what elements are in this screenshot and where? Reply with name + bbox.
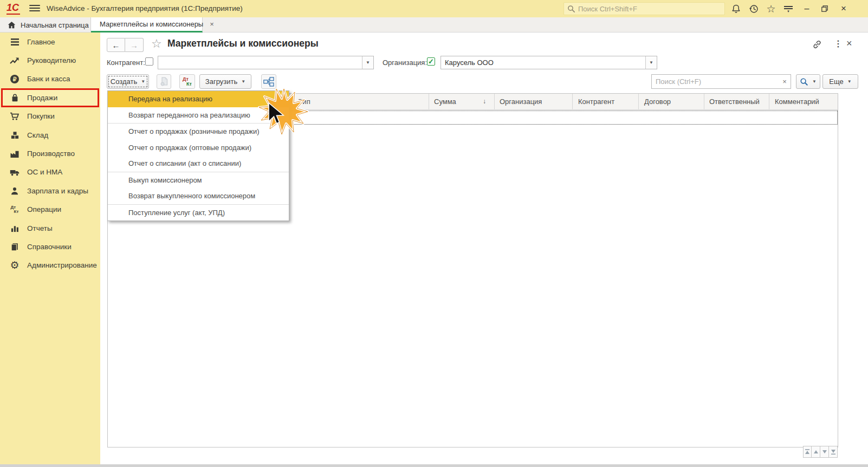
- search-button[interactable]: ▼: [796, 74, 820, 89]
- close-form-icon[interactable]: ×: [846, 38, 852, 49]
- favorites-star-icon[interactable]: ☆: [765, 3, 778, 15]
- sidebar-item-glavnoe[interactable]: Главное: [0, 33, 100, 51]
- forward-button[interactable]: →: [125, 38, 144, 52]
- menu-item-peredacha-na-realizaciyu[interactable]: Передача на реализацию: [108, 91, 289, 107]
- related-documents-icon: [263, 77, 274, 87]
- main-menu-icon[interactable]: [29, 5, 40, 12]
- sidebar-item-rukovoditelyu[interactable]: Руководителю: [0, 51, 100, 69]
- history-icon[interactable]: [747, 3, 760, 15]
- sidebar-item-prodazhi[interactable]: Продажи: [1, 88, 99, 107]
- scroll-up-button[interactable]: [812, 446, 820, 458]
- dtkt-postings-button[interactable]: ДтКт: [179, 74, 195, 89]
- sidebar-item-spravochniki[interactable]: Справочники: [0, 237, 100, 256]
- menu-item-otchet-o-spisanii[interactable]: Отчет о списании (акт о списании): [108, 155, 289, 172]
- check-icon: ✓: [428, 58, 434, 65]
- ruble-icon: ₽: [9, 74, 20, 85]
- load-button[interactable]: Загрузить▼: [199, 74, 251, 89]
- tab-home[interactable]: Начальная страница: [0, 17, 91, 33]
- restore-button[interactable]: [818, 3, 831, 15]
- column-header-contract[interactable]: Договор: [644, 98, 671, 106]
- notifications-bell-icon[interactable]: [729, 3, 742, 15]
- caret-down-icon: ▼: [847, 79, 852, 84]
- sort-desc-icon: ↓: [483, 98, 486, 105]
- scroll-to-top-button[interactable]: [803, 446, 812, 458]
- tab-close-icon[interactable]: ×: [210, 20, 214, 28]
- boxes-icon: [9, 129, 20, 140]
- sidebar-item-operacii[interactable]: ДтКт Операции: [0, 200, 100, 219]
- home-icon: [8, 21, 16, 29]
- sidebar-item-administrirovanie[interactable]: ⚙ Администрирование: [0, 256, 100, 275]
- books-icon: [9, 241, 20, 252]
- clear-search-button[interactable]: ×: [779, 74, 791, 89]
- truck-icon: [9, 167, 20, 178]
- get-link-icon[interactable]: [812, 39, 822, 51]
- back-button[interactable]: ←: [107, 38, 125, 52]
- list-scroll-buttons: [803, 446, 838, 458]
- page-title: Маркетплейсы и комиссионеры: [167, 38, 319, 49]
- minimize-button[interactable]: –: [800, 3, 813, 15]
- organization-combo: ▼: [441, 56, 657, 69]
- tab-marketplaces[interactable]: Маркетплейсы и комиссионеры ×: [91, 17, 203, 33]
- scroll-down-button[interactable]: [820, 446, 829, 458]
- copy-document-icon: [160, 77, 169, 86]
- menu-item-vozvrat-peredannogo[interactable]: Возврат переданного на реализацию: [108, 107, 289, 124]
- close-window-button[interactable]: ×: [837, 3, 850, 15]
- related-documents-button[interactable]: [261, 74, 276, 89]
- global-search-input[interactable]: [578, 5, 714, 13]
- column-header-counterparty[interactable]: Контрагент: [578, 98, 614, 106]
- counterparty-checkbox[interactable]: [145, 57, 153, 66]
- sidebar-item-bank-i-kassa[interactable]: ₽ Банк и касса: [0, 70, 100, 88]
- trend-icon: [9, 55, 20, 66]
- column-header-sum[interactable]: Сумма: [434, 98, 456, 106]
- menu-item-otchet-optovye[interactable]: Отчет о продажах (оптовые продажи): [108, 140, 289, 156]
- svg-text:₽: ₽: [13, 76, 17, 82]
- sidebar-item-os-i-nma[interactable]: ОС и НМА: [0, 163, 100, 181]
- list-search: [651, 74, 779, 89]
- window-title: WiseAdvice - Бухгалтерия предприятия (1С…: [47, 4, 243, 12]
- organization-input[interactable]: [441, 56, 645, 69]
- caret-down-icon: ▼: [812, 79, 817, 84]
- global-search[interactable]: [563, 2, 725, 15]
- organization-label: Организация:: [383, 59, 427, 67]
- organization-dropdown-icon[interactable]: ▼: [645, 56, 657, 69]
- sidebar-item-pokupki[interactable]: Покупки: [0, 107, 100, 126]
- dtkt-icon: ДтКт: [183, 77, 192, 87]
- menu-item-vozvrat-vykuplennogo[interactable]: Возврат выкупленного комиссионером: [108, 188, 289, 204]
- create-copy-button[interactable]: [157, 74, 171, 89]
- list-search-input[interactable]: [652, 77, 779, 86]
- history-nav: ← →: [107, 38, 144, 52]
- more-button[interactable]: Еще▼: [822, 74, 858, 89]
- menu-icon: [9, 36, 20, 47]
- menu-item-postuplenie-uslug[interactable]: Поступление услуг (акт, УПД): [108, 205, 289, 221]
- sidebar: Главное Руководителю ₽ Банк и касса Прод…: [0, 33, 100, 464]
- sidebar-item-otchety[interactable]: Отчеты: [0, 219, 100, 237]
- column-header-type[interactable]: Тип: [299, 98, 310, 106]
- service-menu-icon[interactable]: ▼: [782, 3, 795, 15]
- tabbar: Начальная страница Маркетплейсы и комисс…: [0, 17, 868, 33]
- caret-down-icon: ▼: [141, 79, 145, 84]
- counterparty-input[interactable]: [158, 56, 362, 69]
- 1c-logo-icon: 1С: [7, 2, 20, 15]
- organization-checkbox[interactable]: ✓: [427, 57, 435, 66]
- scroll-to-bottom-button[interactable]: [829, 446, 838, 458]
- menu-item-vykup-komissionerom[interactable]: Выкуп комиссионером: [108, 172, 289, 189]
- menu-item-otchet-roznichnye[interactable]: Отчет о продажах (розничные продажи): [108, 124, 289, 140]
- more-menu-dots-icon[interactable]: ⋮: [834, 38, 843, 49]
- column-header-organization[interactable]: Организация: [500, 98, 542, 106]
- gear-icon: ⚙: [9, 260, 20, 271]
- window-bottom-edge: [0, 464, 868, 467]
- add-to-favorites-star-icon[interactable]: ☆: [151, 37, 162, 51]
- search-icon: [800, 77, 808, 86]
- create-button[interactable]: Создать▼: [107, 74, 149, 89]
- sidebar-item-proizvodstvo[interactable]: Производство: [0, 144, 100, 163]
- search-icon: [567, 5, 575, 13]
- sidebar-item-zarplata-i-kadry[interactable]: Зарплата и кадры: [0, 181, 100, 200]
- counterparty-dropdown-icon[interactable]: ▼: [362, 56, 373, 69]
- sidebar-item-sklad[interactable]: Склад: [0, 126, 100, 144]
- create-menu: Передача на реализацию Возврат переданно…: [107, 90, 289, 221]
- column-header-responsible[interactable]: Ответственный: [709, 98, 760, 106]
- cart-icon: [9, 111, 20, 122]
- factory-icon: [9, 148, 20, 159]
- counterparty-label: Контрагент:: [107, 59, 145, 67]
- column-header-comment[interactable]: Комментарий: [775, 98, 819, 106]
